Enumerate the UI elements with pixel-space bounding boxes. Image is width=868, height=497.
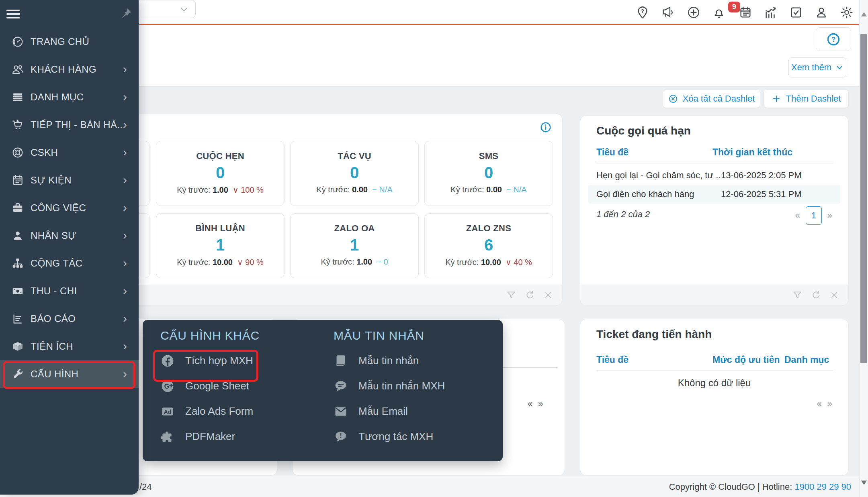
chevron-right-icon: ›	[123, 312, 127, 324]
info-icon	[540, 121, 552, 133]
svg-text:Ad: Ad	[164, 408, 172, 415]
pager-first-button[interactable]: «	[795, 210, 800, 221]
sidebar-item-thu-chi[interactable]: THU - CHI›	[0, 277, 139, 305]
close-icon[interactable]	[543, 290, 553, 300]
checkbox-icon[interactable]	[789, 6, 804, 20]
sidebar: TRANG CHỦKHÁCH HÀNG›DANH MỤC›TIẾP THỊ - …	[0, 0, 139, 495]
info-button[interactable]	[540, 121, 552, 133]
sidebar-item-bao-cao[interactable]: BÁO CÁO›	[0, 305, 139, 332]
sidebar-item-tien-ich[interactable]: TIỆN ÍCH›	[0, 332, 139, 360]
gear-icon[interactable]	[840, 6, 854, 20]
plus-circle-icon[interactable]	[687, 6, 701, 20]
sidebar-item-cau-hinh[interactable]: CẤU HÌNH›	[0, 360, 139, 388]
orgchart-icon	[11, 257, 24, 270]
sidebar-item-label: THU - CHI	[31, 285, 77, 297]
flyout-item-pdfmaker[interactable]: PDFMaker	[160, 424, 260, 449]
pager-last-button[interactable]: »	[538, 399, 543, 409]
refresh-icon[interactable]	[811, 290, 821, 300]
sidebar-item-cong-tac[interactable]: CỘNG TÁC›	[0, 249, 139, 277]
sidebar-item-cskh[interactable]: CSKH›	[0, 139, 139, 166]
gauge-icon	[11, 35, 24, 48]
pagination: « »	[817, 399, 833, 409]
chevron-right-icon: ›	[123, 63, 127, 75]
filter-icon[interactable]	[506, 290, 516, 300]
flyout-section-title: CẤU HÌNH KHÁC	[160, 329, 260, 342]
pin-icon[interactable]	[120, 7, 133, 20]
kpi-previous: Kỳ trước: 0.00 − N/A	[450, 185, 526, 194]
list-icon	[11, 91, 24, 104]
lifebuoy-icon	[11, 146, 24, 159]
them-dashlet-label: Thêm Dashlet	[786, 94, 841, 104]
sidebar-item-cong-viec[interactable]: CÔNG VIỆC›	[0, 194, 139, 222]
sidebar-item-trang-chu[interactable]: TRANG CHỦ	[0, 28, 139, 55]
stats-icon[interactable]	[764, 6, 778, 20]
calendar-icon[interactable]	[739, 6, 753, 20]
bell-icon[interactable]	[712, 6, 727, 20]
scroll-down-arrow-icon[interactable]	[861, 481, 867, 485]
kpi-card-cuoc-hen: CUỘC HẸN0Kỳ trước: 1.00 ∨ 100 %	[156, 141, 285, 206]
dashlet-footer	[580, 285, 848, 305]
sidebar-item-khach-hang[interactable]: KHÁCH HÀNG›	[0, 55, 139, 83]
help-button[interactable]: ?	[816, 27, 851, 51]
table-row[interactable]: Gọi điện cho khách hàng12-06-2025 5:31 P…	[588, 185, 840, 204]
megaphone-icon[interactable]	[661, 6, 676, 20]
flyout-item-label: Mẫu tin nhắn	[358, 354, 419, 367]
chevron-right-icon: ›	[123, 284, 127, 296]
sidebar-item-danh-muc[interactable]: DANH MỤC›	[0, 83, 139, 111]
column-header-danh-muc[interactable]: Danh mục	[784, 354, 829, 365]
scrollbar-thumb[interactable]	[860, 34, 867, 363]
flyout-item-mau-tin-nhan[interactable]: Mẫu tin nhắn	[334, 348, 445, 373]
column-header-thoi-gian[interactable]: Thời gian kết thúc	[712, 147, 792, 158]
pager-last-button[interactable]: »	[827, 399, 832, 409]
flyout-item-mau-email[interactable]: Mẫu Email	[334, 399, 445, 424]
location-pin-icon[interactable]: ?	[636, 6, 650, 20]
kpi-delta: − N/A	[506, 185, 527, 194]
close-icon[interactable]	[829, 290, 839, 300]
footer-copyright: Copyright © CloudGO | Hotline: 1900 29 2…	[669, 476, 851, 497]
sidebar-item-label: TRANG CHỦ	[31, 36, 89, 47]
table-row[interactable]: Hẹn gọi lại - Gọi chăm sóc, tư ...13-06-…	[588, 166, 840, 185]
xoa-dashlet-button[interactable]: Xóa tất cả Dashlet	[663, 90, 760, 108]
flyout-item-tich-hop-mxh[interactable]: Tích hợp MXH	[160, 348, 260, 373]
flyout-item-tuong-tac-mxh[interactable]: !Tương tác MXH	[334, 424, 445, 449]
them-dashlet-button[interactable]: Thêm Dashlet	[764, 90, 849, 108]
column-header-tieu-de[interactable]: Tiêu đề	[596, 354, 628, 365]
sidebar-item-su-kien[interactable]: SỰ KIỆN›	[0, 166, 139, 194]
flyout-item-label: PDFMaker	[185, 430, 235, 443]
refresh-icon[interactable]	[524, 290, 535, 300]
pager-last-button[interactable]: »	[827, 210, 832, 221]
kpi-card-zalo-oa: ZALO OA1Kỳ trước: 1.00 − 0	[290, 213, 419, 278]
kpi-title: BÌNH LUẬN	[195, 223, 245, 234]
chevron-down-icon[interactable]	[179, 4, 189, 14]
column-header-tieu-de[interactable]: Tiêu đề	[596, 147, 628, 158]
kpi-value: 6	[484, 236, 493, 254]
pagination-summary: 1 đến 2 của 2	[596, 209, 650, 220]
sidebar-item-nhan-su[interactable]: NHÂN SỰ›	[0, 222, 139, 249]
money-icon	[11, 285, 24, 297]
vertical-scrollbar[interactable]	[859, 0, 868, 497]
xem-them-button[interactable]: Xem thêm	[788, 57, 846, 77]
flyout-item-zalo-ads-form[interactable]: AdZalo Ads Form	[160, 399, 260, 424]
sidebar-item-tiep-thi-ban-ha[interactable]: TIẾP THỊ - BÁN HÀ...›	[0, 111, 139, 139]
flyout-section-title: MẪU TIN NHẮN	[334, 329, 445, 342]
column-header-muc-do[interactable]: Mức độ ưu tiên	[712, 354, 780, 365]
hotline-link[interactable]: 1900 29 29 90	[794, 482, 851, 492]
pager-first-button[interactable]: «	[817, 399, 822, 409]
flyout-item-label: Mẫu Email	[358, 405, 408, 418]
user-icon[interactable]	[815, 6, 829, 20]
pager-current-page[interactable]: 1	[806, 206, 822, 225]
kpi-delta: ∨ 100 %	[233, 185, 264, 194]
scroll-up-arrow-icon[interactable]	[861, 12, 867, 16]
pager-first-button[interactable]: «	[528, 399, 532, 409]
sidebar-nav: TRANG CHỦKHÁCH HÀNG›DANH MỤC›TIẾP THỊ - …	[0, 28, 139, 388]
flyout-item-google-sheet[interactable]: GGoogle Sheet	[160, 373, 260, 399]
sidebar-item-label: TIẾP THỊ - BÁN HÀ...	[31, 119, 126, 130]
copyright-text: Copyright © CloudGO	[669, 482, 755, 492]
filter-icon[interactable]	[792, 290, 802, 300]
svg-text:?: ?	[831, 35, 836, 43]
hamburger-menu-icon[interactable]	[6, 10, 20, 19]
flyout-item-mau-tin-nhan-mxh[interactable]: Mẫu tin nhắn MXH	[334, 373, 445, 399]
pagination: « 1 »	[795, 206, 833, 225]
kpi-card-tac-vu: TÁC VỤ0Kỳ trước: 0.00 − N/A	[290, 141, 419, 206]
row-end-time: 13-06-2025 2:05 PM	[721, 170, 802, 181]
